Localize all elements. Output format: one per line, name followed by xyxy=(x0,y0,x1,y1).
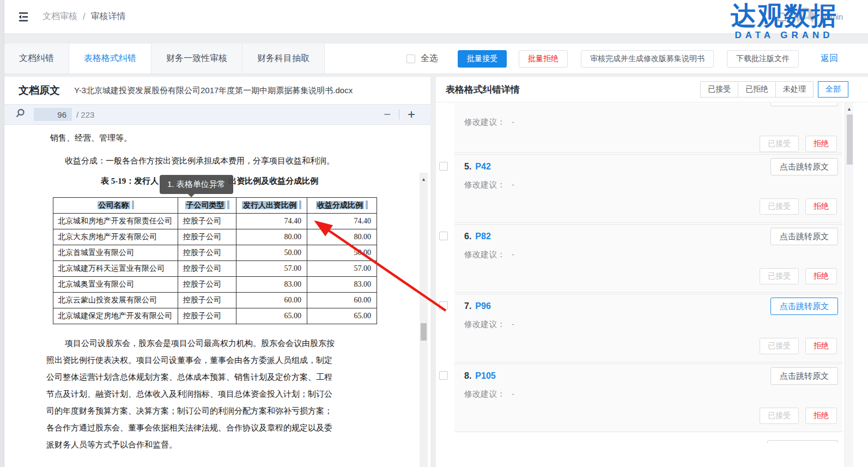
tab-table-format-correction[interactable]: 表格格式纠错 xyxy=(69,44,151,74)
reject-button[interactable]: 拒绝 xyxy=(805,338,837,354)
jump-to-source-button[interactable]: 点击跳转原文 xyxy=(770,367,838,385)
reject-button[interactable]: 拒绝 xyxy=(805,408,837,424)
review-list-scrollbar[interactable]: ▲ xyxy=(845,102,853,467)
suggestion-row: 修改建议：- xyxy=(464,117,837,128)
table-header-row: 公司名称 子公司类型 发行人出资比例 收益分成比例 xyxy=(53,198,377,214)
page-navigation-bar: / 223 − + xyxy=(4,104,430,125)
user-avatar[interactable] xyxy=(796,8,815,26)
issue-checkbox[interactable] xyxy=(439,301,448,310)
filter-all[interactable]: 全部 xyxy=(818,81,848,98)
issue-card: 点击跳转原文 修改建议：- 已接受 拒绝 xyxy=(454,103,842,153)
download-annotated-button[interactable]: 下载批注版文件 xyxy=(727,50,799,68)
document-panel: 文档原文 Y-3北京城建投资发展股份有限公司2017年度第一期中期票据募集说明书… xyxy=(4,77,430,467)
next-item-cropped-button xyxy=(767,440,838,443)
subsidiary-table: 公司名称 子公司类型 发行人出资比例 收益分成比例 北京城和房地产开发有限责任公… xyxy=(53,197,377,324)
issue-page-link[interactable]: P42 xyxy=(475,162,490,171)
paragraph-line: 派财务人员等方式予以合作和监督。 xyxy=(46,436,410,453)
document-scrollbar[interactable]: ▲ xyxy=(420,173,428,467)
issue-checkbox[interactable] xyxy=(439,371,448,380)
issue-checkbox-cell xyxy=(439,363,454,432)
breadcrumb-section[interactable]: 文档审核 xyxy=(43,11,77,22)
paragraph-line: 公司整体运营计划含总体规划方案、总体成本预算、销售计划及定价方案、工程 xyxy=(46,369,410,386)
toolbar: 全选 批量接受 批量拒绝 审核完成并生成修改版募集说明书 下载批注版文件 返回 xyxy=(406,44,838,74)
highlight-mark xyxy=(366,201,368,209)
issue-item-p96: 7.P96 点击跳转原文 修改建议：- 已接受 拒绝 xyxy=(439,294,842,362)
issue-checkbox-cell xyxy=(439,294,454,362)
issue-checkbox[interactable] xyxy=(439,232,448,240)
zoom-out-button[interactable]: − xyxy=(384,108,391,120)
issue-actions: 已接受 拒绝 xyxy=(464,338,837,354)
paragraph-line: 项目公司设股东会，股东会是项目公司最高权力机构。股东会会议由股东按 xyxy=(46,335,410,352)
issue-page-link[interactable]: P105 xyxy=(475,371,495,380)
jump-to-source-button-active[interactable]: 点击跳转原文 xyxy=(770,298,838,315)
issue-page-link[interactable]: P82 xyxy=(475,232,490,241)
accepted-button[interactable]: 已接受 xyxy=(760,268,799,284)
jump-to-source-button[interactable]: 点击跳转原文 xyxy=(770,158,838,175)
issue-actions: 已接受 拒绝 xyxy=(464,136,837,152)
filter-rejected[interactable]: 已拒绝 xyxy=(738,81,776,98)
table-caption-left: 表 5-19：发行人 xyxy=(101,176,159,186)
tab-document-correction[interactable]: 文档纠错 xyxy=(4,44,69,74)
suggestion-row: 修改建议：- xyxy=(464,180,837,190)
jump-to-source-button[interactable]: 点击跳转原文 xyxy=(770,103,838,106)
select-all-checkbox[interactable] xyxy=(406,54,415,63)
accepted-button[interactable]: 已接受 xyxy=(760,198,799,215)
tab-financial-subject-extraction[interactable]: 财务科目抽取 xyxy=(242,44,325,74)
scrollbar-up-arrow[interactable]: ▲ xyxy=(845,107,853,112)
issue-item-p42: 5.P42 点击跳转原文 修改建议：- 已接受 拒绝 xyxy=(439,154,842,223)
batch-reject-button[interactable]: 批量拒绝 xyxy=(519,50,568,68)
jump-to-source-button[interactable]: 点击跳转原文 xyxy=(770,228,838,245)
table-row: 北京城和房地产开发有限责任公司控股子公司74.4074.40 xyxy=(53,214,377,229)
issue-checkbox-cell xyxy=(439,154,454,223)
breadcrumb: 文档审核 / 审核详情 xyxy=(43,11,125,22)
table-caption-right: 出资比例及收益分成比例 xyxy=(228,176,318,186)
scrollbar-up-arrow[interactable]: ▲ xyxy=(420,177,428,182)
issue-actions: 已接受 拒绝 xyxy=(464,198,837,215)
tab-toolbar-card: 文档纠错 表格格式纠错 财务一致性审核 财务科目抽取 全选 批量接受 批量拒绝 … xyxy=(4,44,868,74)
paragraph-line: 司的年度财务预算方案、决算方案；制订公司的利润分配方案和弥补亏损方案； xyxy=(46,403,410,420)
search-icon[interactable] xyxy=(15,108,25,120)
table-row: 北京城建保定房地产开发有限公司控股子公司65.0065.00 xyxy=(53,308,377,324)
zoom-in-button[interactable]: + xyxy=(408,108,415,121)
issue-page-link[interactable]: P96 xyxy=(475,301,490,311)
table-row: 北京城建万科天运置业有限公司控股子公司57.0057.00 xyxy=(53,261,377,277)
filter-group: 已接受 已拒绝 未处理 全部 xyxy=(701,81,848,98)
finish-review-button[interactable]: 审核完成并生成修改版募集说明书 xyxy=(581,50,714,68)
document-page-canvas[interactable]: 销售、经营、管理等。 收益分成：一般各合作方按出资比例承担成本费用，分享项目收益… xyxy=(4,125,430,467)
page-total: / 223 xyxy=(76,110,94,119)
back-link[interactable]: 返回 xyxy=(821,53,838,64)
review-panel-title: 表格格式纠错详情 xyxy=(446,83,520,96)
reject-button[interactable]: 拒绝 xyxy=(805,268,837,284)
table-header-type: 子公司类型 xyxy=(178,198,236,214)
accepted-button[interactable]: 已接受 xyxy=(760,408,799,424)
table-caption-gap xyxy=(159,176,228,186)
collapse-sidebar-icon[interactable] xyxy=(16,10,31,24)
accepted-button[interactable]: 已接受 xyxy=(760,338,799,354)
reject-button[interactable]: 拒绝 xyxy=(805,198,837,215)
tab-financial-consistency[interactable]: 财务一致性审核 xyxy=(151,44,242,74)
page-number-input[interactable] xyxy=(34,108,72,121)
issue-checkbox[interactable] xyxy=(439,162,448,171)
issue-item-p82: 6.P82 点击跳转原文 修改建议：- 已接受 拒绝 xyxy=(439,224,842,293)
bell-icon[interactable] xyxy=(775,10,788,23)
table-header-share-ratio: 收益分成比例 xyxy=(307,198,377,214)
batch-accept-button[interactable]: 批量接受 xyxy=(458,50,507,68)
scrollbar-thumb[interactable] xyxy=(421,323,427,341)
select-all-label: 全选 xyxy=(421,53,438,64)
table-row: 北京大东房地产开发有限公司控股子公司80.0080.00 xyxy=(53,229,377,245)
filter-accepted[interactable]: 已接受 xyxy=(700,81,738,98)
top-header: 文档审核 / 审核详情 admin xyxy=(4,0,868,34)
scrollbar-thumb[interactable] xyxy=(847,114,853,165)
doc-text-line: 销售、经营、管理等。 xyxy=(50,130,132,145)
accepted-button[interactable]: 已接受 xyxy=(760,136,799,152)
app-root: 文档审核 / 审核详情 admin 达观数据 DATA GRAND 文档纠错 表… xyxy=(0,0,868,467)
pager-divider xyxy=(399,110,399,119)
filter-unprocessed[interactable]: 未处理 xyxy=(775,81,814,98)
reject-button[interactable]: 拒绝 xyxy=(805,136,837,152)
paragraph-line: 节点及计划、融资计划、总体收入及利润指标、项目总体资金投入计划；制订公 xyxy=(46,386,410,403)
highlight-mark xyxy=(227,201,229,209)
document-filename: Y-3北京城建投资发展股份有限公司2017年度第一期中期票据募集说明书.docx xyxy=(74,86,353,96)
table-row: 北京城奥置业有限公司控股子公司83.0083.00 xyxy=(53,277,377,293)
username[interactable]: admin xyxy=(822,13,843,21)
highlight-mark xyxy=(132,201,134,209)
